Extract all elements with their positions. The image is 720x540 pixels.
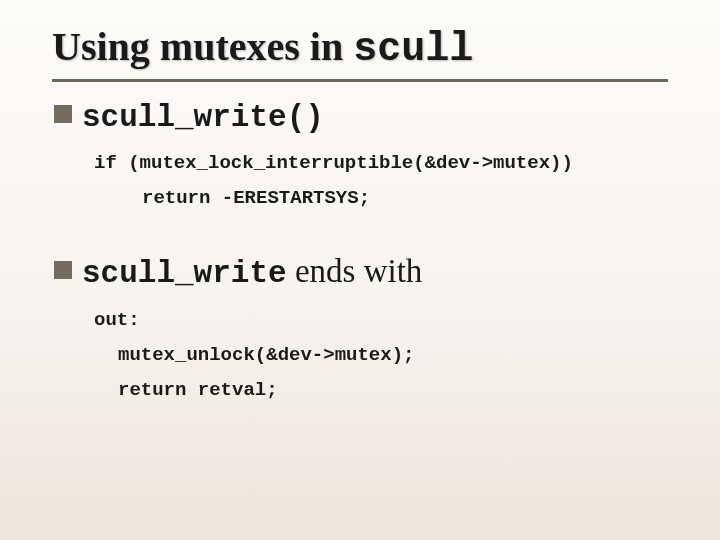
bullet-2-serif: ends with <box>287 253 423 289</box>
code-line: return retval; <box>94 373 668 408</box>
code-line: return -ERESTARTSYS; <box>94 181 668 216</box>
bullet-icon <box>54 261 72 279</box>
code-line: mutex_unlock(&dev->mutex); <box>94 338 668 373</box>
title-mono: scull <box>353 27 473 72</box>
code-line: if (mutex_lock_interruptible(&dev->mutex… <box>94 146 668 181</box>
bullet-1-mono: scull_write() <box>82 100 324 135</box>
bullet-1: scull_write() <box>54 96 668 136</box>
bullet-2-text: scull_write ends with <box>82 252 422 292</box>
bullet-2: scull_write ends with <box>54 252 668 292</box>
slide-title: Using mutexes in scull <box>52 24 668 73</box>
bullet-icon <box>54 105 72 123</box>
code-line: out: <box>94 303 668 338</box>
code-block-1: if (mutex_lock_interruptible(&dev->mutex… <box>94 146 668 216</box>
slide: Using mutexes in scull scull_write() if … <box>0 0 720 540</box>
title-prefix: Using mutexes in <box>52 24 353 69</box>
bullet-2-mono: scull_write <box>82 256 287 291</box>
slide-body: scull_write() if (mutex_lock_interruptib… <box>52 96 668 408</box>
bullet-1-text: scull_write() <box>82 96 324 136</box>
code-block-2: out: mutex_unlock(&dev->mutex); return r… <box>94 303 668 408</box>
title-rule <box>52 79 668 82</box>
